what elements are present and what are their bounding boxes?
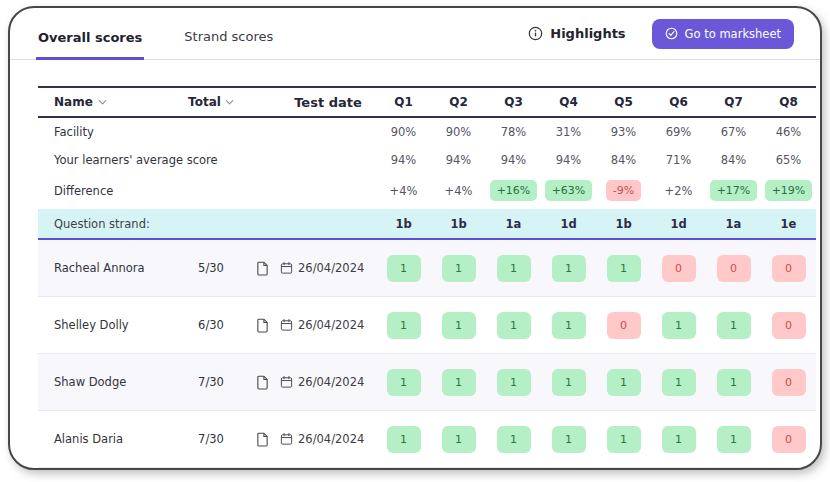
score-chip: 1 bbox=[387, 426, 421, 453]
score-cell-q5: 1 bbox=[596, 369, 651, 396]
topbar: Overall scores Strand scores Highlights … bbox=[10, 8, 820, 60]
table-header-row: Name Total Test date Q1Q2Q3Q4Q5Q6Q7Q8 bbox=[38, 86, 816, 118]
score-chip: 1 bbox=[607, 255, 641, 282]
info-icon bbox=[528, 26, 543, 41]
score-cell-q3: 1 bbox=[486, 255, 541, 282]
column-header-q4: Q4 bbox=[541, 95, 596, 109]
score-chip: 0 bbox=[772, 426, 806, 453]
column-header-test-date: Test date bbox=[280, 95, 376, 110]
score-cell-q3: 1 bbox=[486, 426, 541, 453]
tab-strand-scores[interactable]: Strand scores bbox=[182, 11, 275, 59]
strand-value-q3: 1a bbox=[486, 217, 541, 231]
score-chip: 1 bbox=[387, 369, 421, 396]
document-icon[interactable] bbox=[244, 432, 280, 447]
summary-value: 94% bbox=[541, 153, 596, 167]
strand-value-q6: 1d bbox=[651, 217, 706, 231]
score-cell-q4: 1 bbox=[541, 369, 596, 396]
test-date-value: 26/04/2024 bbox=[298, 261, 364, 275]
score-cell-q2: 1 bbox=[431, 369, 486, 396]
column-header-q5: Q5 bbox=[596, 95, 651, 109]
calendar-icon bbox=[280, 375, 293, 389]
difference-chip: +17% bbox=[710, 180, 758, 201]
calendar-icon bbox=[280, 261, 293, 275]
score-cell-q1: 1 bbox=[376, 426, 431, 453]
total-header-label: Total bbox=[188, 95, 221, 109]
check-circle-icon bbox=[665, 27, 678, 40]
go-to-marksheet-button[interactable]: Go to marksheet bbox=[652, 19, 794, 49]
score-cell-q7: 0 bbox=[706, 255, 761, 282]
score-cell-q2: 1 bbox=[431, 426, 486, 453]
score-chip: 1 bbox=[442, 312, 476, 339]
column-header-q1: Q1 bbox=[376, 95, 431, 109]
difference-chip: +19% bbox=[765, 180, 813, 201]
summary-value: 94% bbox=[431, 153, 486, 167]
learner-row: Racheal Annora5/3026/04/202411111000 bbox=[38, 240, 816, 297]
score-cell-q1: 1 bbox=[376, 312, 431, 339]
score-cell-q8: 0 bbox=[761, 369, 816, 396]
summary-value: 94% bbox=[486, 153, 541, 167]
difference-chip: +63% bbox=[545, 180, 593, 201]
summary-value: -9% bbox=[596, 180, 651, 201]
summary-value: +4% bbox=[376, 184, 431, 198]
highlights-toggle[interactable]: Highlights bbox=[528, 26, 625, 41]
score-cell-q7: 1 bbox=[706, 312, 761, 339]
score-chip: 0 bbox=[717, 255, 751, 282]
score-chip: 1 bbox=[717, 426, 751, 453]
column-header-q6: Q6 bbox=[651, 95, 706, 109]
calendar-icon bbox=[280, 318, 293, 332]
score-chip: 1 bbox=[552, 426, 586, 453]
summary-value: 94% bbox=[376, 153, 431, 167]
summary-value: 84% bbox=[706, 153, 761, 167]
score-chip: 1 bbox=[552, 369, 586, 396]
column-header-q2: Q2 bbox=[431, 95, 486, 109]
score-cell-q6: 1 bbox=[651, 426, 706, 453]
test-date-cell: 26/04/2024 bbox=[280, 261, 376, 275]
score-chip: 0 bbox=[772, 255, 806, 282]
document-icon[interactable] bbox=[244, 318, 280, 333]
score-chip: 1 bbox=[442, 255, 476, 282]
marksheet-label: Go to marksheet bbox=[685, 27, 781, 41]
score-cell-q8: 0 bbox=[761, 312, 816, 339]
summary-value: 93% bbox=[596, 125, 651, 139]
score-cell-q2: 1 bbox=[431, 312, 486, 339]
score-cell-q5: 1 bbox=[596, 255, 651, 282]
summary-value: 71% bbox=[651, 153, 706, 167]
summary-row: Your learners' average score94%94%94%94%… bbox=[38, 146, 816, 174]
strand-value-q7: 1a bbox=[706, 217, 761, 231]
summary-value: +17% bbox=[706, 180, 761, 201]
score-cell-q6: 1 bbox=[651, 369, 706, 396]
score-cell-q8: 0 bbox=[761, 255, 816, 282]
learner-row: Alanis Daria7/3026/04/202411111110 bbox=[38, 411, 816, 468]
learner-row: Shaw Dodge7/3026/04/202411111110 bbox=[38, 354, 816, 411]
sort-chevron-icon bbox=[98, 99, 107, 106]
summary-value: +4% bbox=[431, 184, 486, 198]
strand-value-q2: 1b bbox=[431, 217, 486, 231]
document-icon[interactable] bbox=[244, 375, 280, 390]
highlights-label: Highlights bbox=[550, 26, 625, 41]
column-header-total[interactable]: Total bbox=[188, 95, 234, 109]
score-chip: 1 bbox=[387, 255, 421, 282]
column-header-q3: Q3 bbox=[486, 95, 541, 109]
tab-overall-scores[interactable]: Overall scores bbox=[36, 12, 144, 60]
header-actions: Highlights Go to marksheet bbox=[528, 8, 794, 59]
score-chip: 1 bbox=[497, 369, 531, 396]
summary-value: +2% bbox=[651, 184, 706, 198]
summary-value: 67% bbox=[706, 125, 761, 139]
score-cell-q6: 0 bbox=[651, 255, 706, 282]
score-chip: 1 bbox=[662, 312, 696, 339]
summary-row-label: Difference bbox=[38, 184, 376, 198]
test-date-cell: 26/04/2024 bbox=[280, 318, 376, 332]
sort-chevron-icon bbox=[225, 99, 234, 106]
score-chip: 1 bbox=[662, 369, 696, 396]
score-cell-q6: 1 bbox=[651, 312, 706, 339]
score-cell-q3: 1 bbox=[486, 369, 541, 396]
difference-chip: +16% bbox=[490, 180, 538, 201]
score-chip: 1 bbox=[717, 369, 751, 396]
document-icon[interactable] bbox=[244, 261, 280, 276]
score-cell-q4: 1 bbox=[541, 312, 596, 339]
score-cell-q1: 1 bbox=[376, 255, 431, 282]
score-cell-q4: 1 bbox=[541, 255, 596, 282]
test-date-cell: 26/04/2024 bbox=[280, 432, 376, 446]
calendar-icon bbox=[280, 432, 293, 446]
column-header-name[interactable]: Name bbox=[38, 95, 178, 109]
